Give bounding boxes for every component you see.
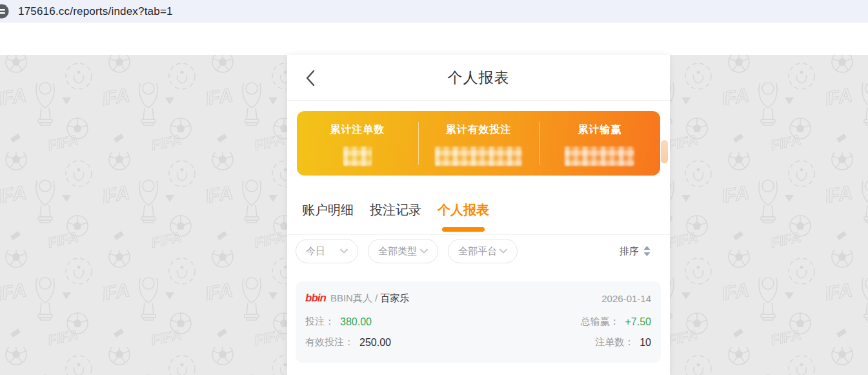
stats-summary-card: 累计注单数 累计有效投注 累计输赢 (297, 111, 660, 176)
sort-arrows-icon (643, 246, 651, 256)
redacted-value (565, 147, 634, 166)
game-name: 百家乐 (380, 292, 409, 305)
site-info-icon[interactable] (0, 4, 9, 19)
chevron-down-icon (420, 248, 428, 254)
report-record-card[interactable]: bbin BBIN真人 / 百家乐 2026-01-14 投注： 380.00 … (296, 281, 661, 363)
stat-total-valid-bets: 累计有效投注 (418, 111, 540, 176)
winloss-value: +7.50 (625, 316, 651, 328)
valid-bet-value: 250.00 (359, 337, 391, 349)
stat-label: 累计注单数 (330, 123, 385, 137)
redacted-value (435, 147, 522, 166)
filter-type-label: 全部类型 (378, 245, 417, 258)
tabs: 账户明细 投注记录 个人报表 (287, 201, 670, 235)
tab-account-details[interactable]: 账户明细 (302, 201, 354, 218)
record-date: 2026-01-14 (601, 293, 651, 304)
filter-date-label: 今日 (306, 245, 325, 258)
chevron-down-icon (500, 248, 507, 254)
url-text[interactable]: 175616.cc/reports/index?tab=1 (18, 5, 173, 18)
count-label: 注单数： (595, 336, 634, 349)
winloss-label: 总输赢： (581, 316, 620, 328)
bet-value: 380.00 (340, 316, 372, 328)
stat-label: 累计输赢 (578, 123, 621, 137)
carousel-next-card-peek[interactable] (661, 140, 668, 163)
filters-row: 今日 全部类型 全部平台 排序 (296, 239, 660, 263)
valid-bet-label: 有效投注： (305, 336, 354, 349)
sort-control[interactable]: 排序 (620, 245, 651, 258)
filter-platform-dropdown[interactable]: 全部平台 (448, 239, 518, 263)
filter-platform-label: 全部平台 (458, 245, 497, 258)
page-stage: FIFA FIFA (0, 23, 868, 375)
bet-label: 投注： (305, 316, 334, 328)
app-header: 个人报表 (287, 55, 670, 101)
tab-personal-report[interactable]: 个人报表 (438, 201, 489, 218)
stat-label: 累计有效投注 (446, 123, 512, 137)
bbin-logo: bbin (305, 292, 326, 305)
filter-type-dropdown[interactable]: 全部类型 (368, 239, 438, 263)
filter-date-dropdown[interactable]: 今日 (296, 239, 358, 263)
report-panel: 个人报表 累计注单数 累计有效投注 累计输赢 账户明细 投注记录 个人报表 (287, 55, 670, 375)
page-title: 个人报表 (287, 68, 670, 88)
stat-total-bet-count: 累计注单数 (297, 111, 418, 176)
provider-name: BBIN真人 / (330, 292, 378, 305)
tab-bet-records[interactable]: 投注记录 (370, 201, 421, 218)
browser-url-bar[interactable]: 175616.cc/reports/index?tab=1 (0, 0, 868, 23)
sort-label: 排序 (620, 245, 639, 258)
count-value: 10 (640, 337, 651, 349)
chevron-down-icon (340, 248, 348, 254)
stat-total-winloss: 累计输赢 (539, 111, 660, 176)
redacted-value (343, 147, 372, 166)
